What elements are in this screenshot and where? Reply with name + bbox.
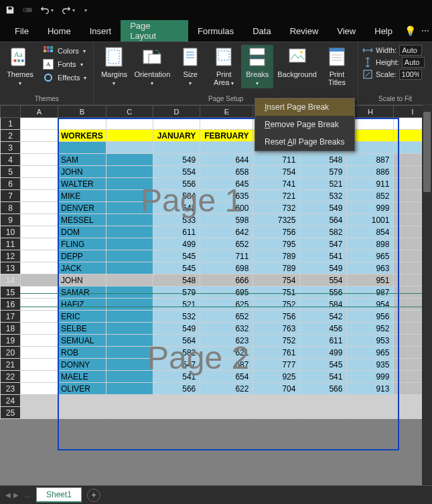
cell[interactable] bbox=[21, 238, 58, 250]
menu-reset-page-breaks[interactable]: Reset All Page Breaks bbox=[255, 133, 354, 151]
row-header[interactable]: 11 bbox=[1, 238, 21, 250]
print-area-button[interactable]: Print Area ▾ bbox=[208, 45, 240, 88]
cell[interactable] bbox=[21, 130, 58, 142]
cell[interactable] bbox=[200, 118, 253, 130]
cell[interactable] bbox=[21, 286, 58, 299]
cell[interactable]: 654 bbox=[200, 371, 253, 383]
cell[interactable]: 789 bbox=[253, 262, 300, 274]
cell[interactable]: 952 bbox=[347, 323, 394, 335]
cell[interactable] bbox=[21, 311, 58, 323]
cell[interactable] bbox=[21, 250, 58, 262]
table-row[interactable]: 14JOHN548666754554951 bbox=[1, 274, 431, 286]
cell[interactable]: 582 bbox=[153, 347, 200, 359]
chevron-left-icon[interactable]: ◀ bbox=[5, 491, 11, 499]
cell[interactable]: 887 bbox=[347, 154, 394, 166]
column-headers[interactable]: A B C D E F G H I bbox=[1, 106, 431, 118]
menu-remove-page-break[interactable]: Remove Page Break bbox=[255, 116, 354, 133]
cell[interactable] bbox=[21, 371, 58, 383]
cell[interactable] bbox=[200, 142, 253, 154]
cell[interactable]: 598 bbox=[200, 214, 253, 226]
row-header[interactable]: 22 bbox=[1, 371, 21, 383]
table-row[interactable]: 18SELBE549632763456952 bbox=[1, 323, 431, 335]
cell[interactable]: 556 bbox=[153, 178, 200, 190]
cell[interactable]: 579 bbox=[300, 166, 347, 178]
cell[interactable]: 789 bbox=[253, 250, 300, 262]
add-sheet-button[interactable]: ＋ bbox=[87, 489, 100, 502]
cell[interactable]: 644 bbox=[200, 154, 253, 166]
cell[interactable]: 611 bbox=[300, 335, 347, 347]
table-row[interactable]: 5JOHN554658754579886 bbox=[1, 166, 431, 178]
cell[interactable] bbox=[106, 250, 153, 262]
customize-qat-icon[interactable]: ▾ bbox=[84, 7, 87, 13]
table-row[interactable]: 21DONNY547687777545935 bbox=[1, 359, 431, 371]
header-february[interactable]: FEBRUARY bbox=[200, 130, 253, 142]
cell[interactable]: 541 bbox=[300, 250, 347, 262]
table-row[interactable]: 11FLING499652795547898 bbox=[1, 238, 431, 250]
cell[interactable] bbox=[106, 407, 153, 419]
cell[interactable] bbox=[21, 299, 58, 311]
cell[interactable]: 547 bbox=[300, 238, 347, 250]
cell[interactable]: 756 bbox=[253, 311, 300, 323]
cell[interactable]: 7325 bbox=[253, 214, 300, 226]
table-row[interactable]: 22MAELE541654925541999 bbox=[1, 371, 431, 383]
size-button[interactable]: Size▾ bbox=[174, 45, 206, 88]
table-row[interactable]: 9MESSEL53359873255641001 bbox=[1, 214, 431, 226]
scale-height-row[interactable]: Height: bbox=[362, 57, 428, 68]
cell[interactable] bbox=[106, 226, 153, 238]
cell[interactable]: 652 bbox=[200, 311, 253, 323]
col-A[interactable]: A bbox=[21, 106, 58, 118]
cell[interactable]: 582 bbox=[300, 226, 347, 238]
cell[interactable]: 611 bbox=[153, 226, 200, 238]
table-row[interactable]: 7MIKE584635721532852 bbox=[1, 190, 431, 202]
tab-data[interactable]: Data bbox=[243, 20, 280, 41]
cell[interactable] bbox=[106, 299, 153, 311]
cell[interactable]: 556 bbox=[300, 286, 347, 299]
cell[interactable]: 953 bbox=[347, 335, 394, 347]
worker-name[interactable]: DONNY bbox=[58, 359, 106, 371]
cell[interactable]: 566 bbox=[153, 383, 200, 395]
cell[interactable]: 925 bbox=[253, 371, 300, 383]
cell[interactable]: 951 bbox=[347, 274, 394, 286]
cell[interactable]: 999 bbox=[347, 371, 394, 383]
row-header[interactable]: 9 bbox=[1, 214, 21, 226]
worker-name[interactable]: SAM bbox=[58, 154, 106, 166]
worker-name[interactable]: OLIVER bbox=[58, 383, 106, 395]
cell[interactable]: 913 bbox=[347, 383, 394, 395]
cell[interactable] bbox=[347, 395, 394, 407]
cell[interactable]: 1001 bbox=[347, 214, 394, 226]
cell[interactable] bbox=[106, 154, 153, 166]
cell[interactable] bbox=[106, 238, 153, 250]
cell[interactable] bbox=[153, 407, 200, 419]
table-row[interactable]: 15SAMAR579695751556987 bbox=[1, 286, 431, 299]
cell[interactable] bbox=[106, 383, 153, 395]
col-C[interactable]: C bbox=[106, 106, 153, 118]
cell[interactable] bbox=[106, 142, 153, 154]
cell[interactable]: 623 bbox=[200, 335, 253, 347]
menu-insert-page-break[interactable]: IInsert Page Breaknsert Page Break bbox=[255, 98, 354, 116]
save-icon[interactable] bbox=[5, 5, 15, 15]
cell[interactable]: 635 bbox=[200, 190, 253, 202]
ellipsis-icon[interactable]: … bbox=[24, 491, 31, 499]
scale-value-row[interactable]: Scale: bbox=[362, 69, 428, 80]
cell[interactable]: 642 bbox=[200, 226, 253, 238]
row-header[interactable]: 13 bbox=[1, 262, 21, 274]
cell[interactable]: 548 bbox=[300, 154, 347, 166]
table-row[interactable]: 10DOM611642756582854 bbox=[1, 226, 431, 238]
cell[interactable] bbox=[21, 323, 58, 335]
print-titles-button[interactable]: Print Titles bbox=[321, 45, 353, 88]
row-header[interactable]: 18 bbox=[1, 323, 21, 335]
cell[interactable]: 625 bbox=[200, 299, 253, 311]
cell[interactable]: 584 bbox=[300, 299, 347, 311]
cell[interactable]: 886 bbox=[347, 166, 394, 178]
row-header[interactable]: 12 bbox=[1, 250, 21, 262]
spreadsheet-grid[interactable]: A B C D E F G H I 12WORKERSJANUARYFEBRUA… bbox=[0, 105, 431, 419]
cell[interactable] bbox=[21, 142, 58, 154]
table-row[interactable]: 19SEMUAL564623752611953 bbox=[1, 335, 431, 347]
row-header[interactable]: 6 bbox=[1, 178, 21, 190]
cell[interactable]: 554 bbox=[153, 166, 200, 178]
row-header[interactable]: 17 bbox=[1, 311, 21, 323]
table-row[interactable]: 16HAFIZ521625752584954 bbox=[1, 299, 431, 311]
orientation-button[interactable]: Orientation▾ bbox=[131, 45, 173, 88]
cell[interactable]: 963 bbox=[347, 262, 394, 274]
cell[interactable]: 533 bbox=[153, 214, 200, 226]
